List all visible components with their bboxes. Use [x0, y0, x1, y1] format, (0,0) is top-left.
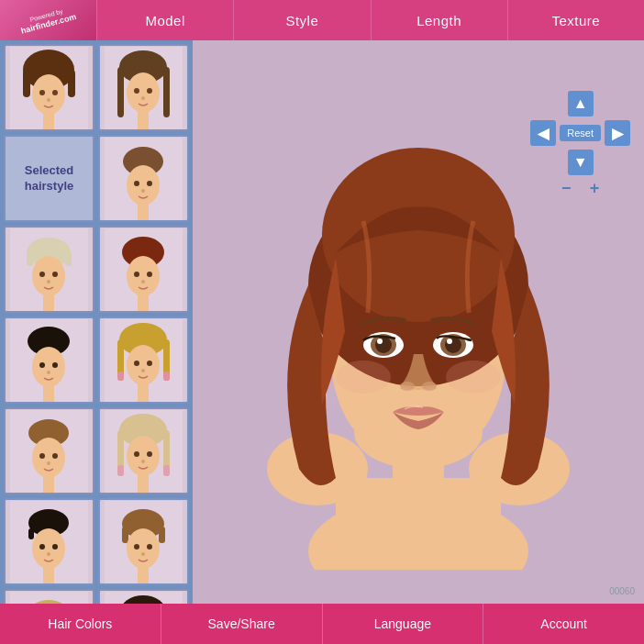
svg-rect-93 — [138, 567, 149, 583]
svg-point-122 — [375, 337, 392, 353]
svg-rect-65 — [43, 476, 54, 493]
svg-rect-74 — [138, 474, 149, 493]
svg-rect-40 — [138, 294, 149, 311]
svg-rect-87 — [122, 527, 128, 543]
svg-point-7 — [47, 98, 50, 102]
svg-point-14 — [134, 88, 139, 94]
sidebar-row-3 — [4, 226, 189, 313]
preview-area: ▲ ◀ Reset ▶ ▼ − + 00060 — [193, 40, 644, 604]
save-share-button[interactable]: Save/Share — [161, 604, 323, 644]
hair-colors-button[interactable]: Hair Colors — [0, 604, 161, 644]
tab-length[interactable]: Length — [371, 0, 507, 40]
svg-rect-8 — [43, 113, 54, 129]
hairstyle-thumb-5b[interactable] — [98, 407, 189, 494]
hairstyle-thumb-1a[interactable] — [4, 44, 94, 131]
svg-point-119 — [322, 148, 515, 322]
svg-point-70 — [127, 436, 160, 476]
sidebar-row-5 — [4, 407, 189, 494]
svg-point-127 — [447, 339, 452, 344]
svg-point-71 — [134, 451, 139, 457]
svg-point-13 — [127, 72, 160, 113]
svg-rect-11 — [117, 67, 124, 117]
zoom-out-button[interactable]: − — [561, 179, 572, 198]
svg-rect-28 — [65, 252, 72, 266]
hairstyle-thumb-selected[interactable]: Selected hairstyle — [4, 135, 94, 222]
svg-point-37 — [134, 272, 139, 277]
svg-point-15 — [147, 88, 152, 94]
svg-point-82 — [52, 544, 58, 550]
tab-texture[interactable]: Texture — [507, 0, 644, 40]
main-content: Selected hairstyle — [0, 40, 644, 604]
sidebar-row-2: Selected hairstyle — [4, 135, 189, 222]
hairstyle-thumb-3a[interactable] — [4, 226, 94, 313]
svg-point-16 — [141, 96, 145, 100]
sidebar-row-4 — [4, 316, 189, 404]
svg-point-46 — [47, 371, 50, 374]
nav-tabs: Model Style Length Texture — [96, 0, 644, 40]
svg-point-29 — [32, 256, 65, 296]
hairstyle-thumb-3b[interactable] — [98, 226, 189, 313]
position-controls: ▲ ◀ Reset ▶ ▼ − + — [530, 91, 630, 198]
svg-point-91 — [147, 544, 152, 550]
svg-rect-33 — [43, 294, 54, 311]
sidebar: Selected hairstyle — [0, 40, 193, 604]
sidebar-row-6 — [4, 498, 189, 585]
hairstyle-thumb-5a[interactable] — [4, 407, 94, 494]
svg-point-73 — [141, 460, 145, 463]
svg-point-72 — [147, 451, 152, 457]
move-up-button[interactable]: ▲ — [568, 91, 594, 117]
svg-point-64 — [47, 461, 50, 465]
svg-rect-27 — [27, 252, 33, 266]
hairstyle-thumb-4a[interactable] — [4, 316, 94, 404]
svg-point-39 — [141, 280, 145, 283]
svg-point-54 — [147, 361, 152, 366]
svg-point-38 — [147, 272, 152, 277]
move-right-button[interactable]: ▶ — [605, 120, 630, 146]
hairstyle-thumb-7b[interactable] — [98, 589, 189, 604]
svg-point-61 — [32, 438, 65, 478]
svg-point-130 — [336, 361, 391, 394]
svg-rect-24 — [138, 204, 149, 220]
language-button[interactable]: Language — [323, 604, 484, 644]
sidebar-row-1 — [4, 44, 189, 131]
svg-point-83 — [47, 552, 50, 556]
svg-rect-84 — [43, 567, 54, 583]
hairstyle-thumb-2b[interactable] — [98, 135, 189, 222]
svg-point-53 — [134, 361, 139, 366]
move-down-button[interactable]: ▼ — [568, 150, 594, 175]
svg-point-131 — [446, 361, 501, 394]
svg-rect-88 — [159, 527, 165, 543]
zoom-in-button[interactable]: + — [590, 179, 600, 198]
svg-point-22 — [147, 181, 152, 186]
svg-point-36 — [127, 256, 160, 296]
hairstyle-thumb-1b[interactable] — [98, 44, 189, 131]
reset-button[interactable]: Reset — [560, 125, 601, 141]
svg-rect-47 — [43, 385, 54, 402]
hairstyle-thumb-7a[interactable] — [4, 589, 94, 604]
top-navigation: Powered by hairfinder.com Model Style Le… — [0, 0, 644, 40]
tab-model[interactable]: Model — [96, 0, 233, 40]
svg-point-126 — [445, 337, 461, 353]
tab-style[interactable]: Style — [233, 0, 370, 40]
sidebar-row-7 — [4, 589, 189, 604]
move-left-button[interactable]: ◀ — [530, 120, 556, 146]
account-button[interactable]: Account — [483, 604, 644, 644]
svg-rect-79 — [28, 528, 34, 539]
svg-rect-17 — [138, 111, 149, 129]
svg-point-45 — [52, 362, 58, 368]
svg-point-128 — [400, 382, 415, 391]
logo: Powered by hairfinder.com — [0, 0, 96, 40]
hairstyle-thumb-4b[interactable] — [98, 316, 189, 404]
hairstyle-thumb-6a[interactable] — [4, 498, 94, 585]
svg-point-5 — [39, 90, 45, 95]
controls-horizontal-row: ◀ Reset ▶ — [530, 120, 630, 146]
hairstyle-thumb-6b[interactable] — [98, 498, 189, 585]
svg-point-20 — [127, 165, 160, 205]
svg-point-63 — [52, 453, 58, 459]
svg-point-32 — [47, 280, 50, 283]
svg-point-21 — [134, 181, 139, 186]
svg-rect-57 — [117, 372, 124, 381]
svg-rect-12 — [163, 67, 170, 117]
image-number: 00060 — [609, 586, 635, 596]
svg-rect-3 — [68, 70, 75, 97]
